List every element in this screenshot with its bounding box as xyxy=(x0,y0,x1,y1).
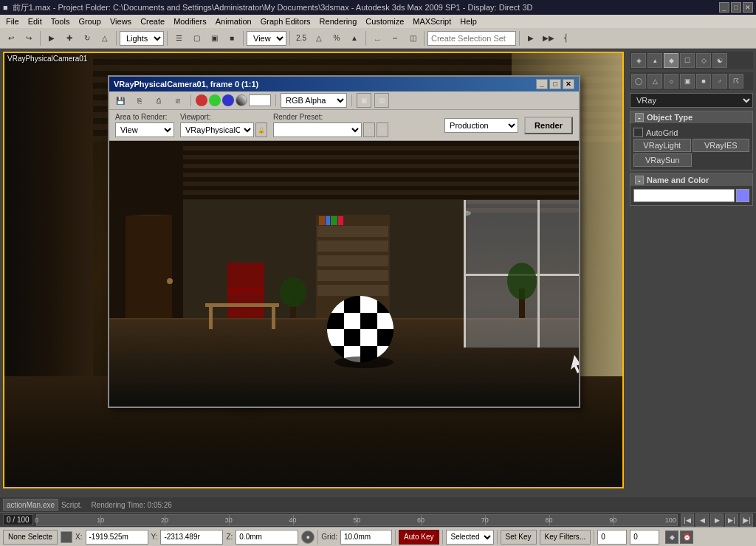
vray-dropdown[interactable]: VRay xyxy=(630,93,753,108)
create-panel-btn[interactable]: ◈ xyxy=(631,53,646,68)
cameras-btn[interactable]: ▣ xyxy=(680,74,695,89)
modify-panel-btn[interactable]: ▴ xyxy=(647,53,662,68)
menu-views[interactable]: Views xyxy=(106,16,136,27)
crossing-button[interactable]: ■ xyxy=(224,30,240,46)
percent-snap-button[interactable]: % xyxy=(329,30,345,46)
z-coordinate-field[interactable]: 0.0mm xyxy=(236,530,298,545)
action-man-button[interactable]: actionMan.exe xyxy=(3,499,58,511)
play-button[interactable]: ▶ xyxy=(710,514,724,527)
y-coordinate-field[interactable]: -2313.489r xyxy=(160,530,223,545)
systems-btn[interactable]: ☈ xyxy=(729,74,743,89)
menu-animation[interactable]: Animation xyxy=(211,16,256,27)
geometry-btn[interactable]: ◯ xyxy=(631,74,646,89)
autogrid-checkbox[interactable] xyxy=(633,128,643,137)
angle-snap-button[interactable]: △ xyxy=(311,30,327,46)
dialog-minimize-button[interactable]: _ xyxy=(536,79,548,89)
array-button[interactable]: ◫ xyxy=(405,30,421,46)
preset-load-btn[interactable]: ↓ xyxy=(363,122,375,137)
dialog-close-button[interactable]: ✕ xyxy=(563,79,574,89)
rd-save-button[interactable]: 💾 xyxy=(112,93,128,108)
menu-tools[interactable]: Tools xyxy=(47,16,75,27)
align-button[interactable]: ⎵ xyxy=(369,30,385,46)
viewport-lock-btn[interactable]: 🔒 xyxy=(255,122,267,137)
name-field[interactable] xyxy=(633,189,735,202)
spinner-snap-button[interactable]: ▲ xyxy=(346,30,362,46)
render-preset-dropdown[interactable] xyxy=(273,122,362,137)
menu-rendering[interactable]: Rendering xyxy=(315,16,362,27)
snap-toggle-button[interactable]: 2.5 xyxy=(293,30,309,46)
menu-create[interactable]: Create xyxy=(136,16,169,27)
production-dropdown[interactable]: Production xyxy=(444,118,518,133)
render-dialog[interactable]: VRayPhysicalCamera01, frame 0 (1:1) _ □ … xyxy=(108,75,580,408)
spacewarps-btn[interactable]: ♂ xyxy=(712,74,727,89)
green-channel-button[interactable] xyxy=(209,94,221,106)
shapes-btn[interactable]: △ xyxy=(647,74,662,89)
red-channel-button[interactable] xyxy=(196,94,207,106)
curve-editor-button[interactable]: ⎨ xyxy=(558,30,574,46)
auto-key-button[interactable]: Auto Key xyxy=(399,530,439,545)
dialog-restore-button[interactable]: □ xyxy=(549,79,561,89)
menu-help[interactable]: Help xyxy=(456,16,481,27)
area-to-render-dropdown[interactable]: View xyxy=(115,122,174,137)
color-swatch[interactable] xyxy=(736,189,749,202)
vraylight-button[interactable]: VRayLight xyxy=(633,139,691,152)
grid-field[interactable]: 10.0mm xyxy=(340,530,392,545)
move-button[interactable]: ✚ xyxy=(61,30,78,46)
motion-panel-btn[interactable]: ☐ xyxy=(680,53,695,68)
absolute-relative-toggle[interactable]: ● xyxy=(301,531,315,544)
vraysun-button[interactable]: VRaySun xyxy=(633,153,692,167)
channel-dropdown[interactable]: RGB Alpha xyxy=(281,93,347,108)
blue-channel-button[interactable] xyxy=(222,94,234,106)
redo-button[interactable]: ↪ xyxy=(21,30,37,46)
utilities-panel-btn[interactable]: ☯ xyxy=(712,53,727,68)
prev-frame-button[interactable]: ◀ xyxy=(695,514,709,527)
select-button[interactable]: ▶ xyxy=(44,30,60,46)
go-to-end-button[interactable]: |▶| xyxy=(740,514,753,527)
time-field[interactable]: 0 xyxy=(630,530,659,545)
lights-dropdown[interactable]: Lights xyxy=(120,31,164,46)
render-execute-button[interactable]: Render xyxy=(524,117,573,134)
create-selection-set-input[interactable] xyxy=(427,31,516,46)
viewport-dropdown[interactable]: VRayPhysicalCam... xyxy=(180,122,254,137)
close-button[interactable]: ✕ xyxy=(743,2,753,13)
undo-button[interactable]: ↩ xyxy=(3,30,19,46)
mono-channel-button[interactable] xyxy=(249,94,271,106)
rd-clear-button[interactable]: ⎚ xyxy=(170,93,186,108)
preset-save-btn[interactable]: ↑ xyxy=(377,122,388,137)
none-selected-button[interactable]: None Selecte xyxy=(3,530,58,545)
menu-file[interactable]: File xyxy=(1,16,24,27)
lights-btn[interactable]: ☼ xyxy=(664,74,678,89)
select-by-name-button[interactable]: ☰ xyxy=(171,30,187,46)
alpha-channel-button[interactable] xyxy=(236,94,247,106)
menu-customize[interactable]: Customize xyxy=(361,16,408,27)
key-filters-button[interactable]: Key Filters... xyxy=(540,530,591,545)
view-dropdown[interactable]: View xyxy=(247,31,286,46)
mirror-button[interactable]: ⎼ xyxy=(387,30,403,46)
time-config-button[interactable]: ⏰ xyxy=(680,531,693,544)
vrayies-button[interactable]: VRayIES xyxy=(693,139,750,152)
x-coordinate-field[interactable]: -1919.525m xyxy=(86,530,148,545)
frame-field[interactable]: 0 xyxy=(597,530,627,545)
selected-dropdown[interactable]: Selected xyxy=(446,530,494,545)
go-to-start-button[interactable]: |◀ xyxy=(681,514,694,527)
rd-display-btn1[interactable]: ▣ xyxy=(357,93,371,108)
menu-group[interactable]: Group xyxy=(74,16,106,27)
name-and-color-collapse-btn[interactable]: - xyxy=(635,176,644,184)
scale-button[interactable]: △ xyxy=(97,30,113,46)
set-key-button[interactable]: Set Key xyxy=(501,530,537,545)
viewport[interactable]: VRayPhysicalCamera01 VRayPhysicalCamera0… xyxy=(3,52,624,488)
rotate-button[interactable]: ↻ xyxy=(79,30,95,46)
timeline-track[interactable]: 0 10 20 30 40 50 60 70 80 90 100 xyxy=(36,514,678,526)
object-type-collapse-btn[interactable]: - xyxy=(635,113,644,122)
rd-copy-button[interactable]: ⎘ xyxy=(131,93,148,108)
dialog-controls[interactable]: _ □ ✕ xyxy=(536,79,574,89)
restore-button[interactable]: □ xyxy=(731,2,741,13)
region-select-button[interactable]: ▢ xyxy=(188,30,205,46)
helpers-btn[interactable]: ■ xyxy=(696,74,711,89)
hierarchy-panel-btn[interactable]: ◆ xyxy=(664,53,678,68)
quick-render-button[interactable]: ▶▶ xyxy=(540,30,557,46)
next-frame-button[interactable]: ▶| xyxy=(725,514,738,527)
display-panel-btn[interactable]: ◇ xyxy=(696,53,711,68)
lock-icon[interactable] xyxy=(61,531,72,543)
key-mode-button[interactable]: ◆ xyxy=(665,531,678,544)
